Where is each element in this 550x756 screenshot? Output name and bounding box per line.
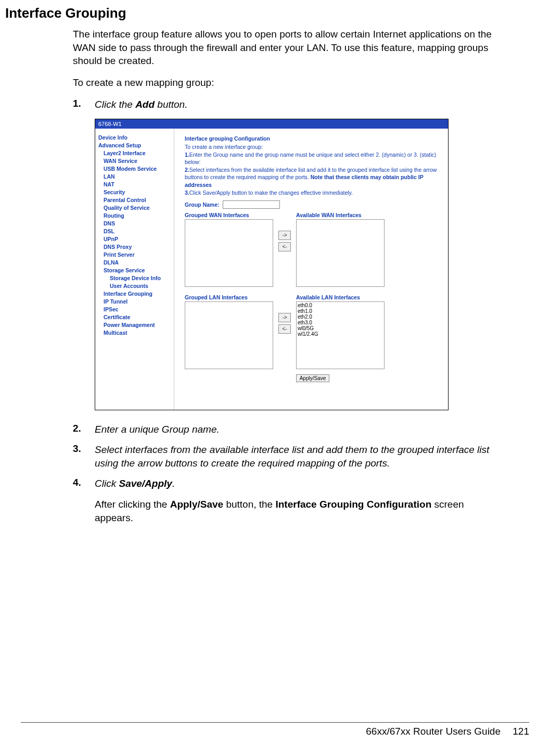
nav-print-server[interactable]: Print Server	[98, 251, 174, 259]
available-wan-listbox[interactable]	[296, 219, 385, 287]
nav-upnp[interactable]: UPnP	[98, 235, 174, 243]
step-1: 1. Click the Add button.	[73, 98, 498, 111]
nav-storage-service[interactable]: Storage Service	[98, 267, 174, 274]
router-screenshot: 6768-W1 Device Info Advanced Setup Layer…	[95, 119, 449, 410]
nav-multicast[interactable]: Multicast	[98, 329, 174, 337]
wan-interfaces-section: Grouped WAN Interfaces -> <- Available W…	[185, 212, 441, 287]
nav-dns-proxy[interactable]: DNS Proxy	[98, 243, 174, 251]
grouped-wan-listbox[interactable]	[185, 219, 273, 287]
lan-move-right-button[interactable]: ->	[278, 313, 291, 322]
nav-layer2-interface[interactable]: Layer2 Interface	[98, 149, 174, 157]
step-3: 3. Select interfaces from the available …	[73, 443, 498, 470]
nav-device-info[interactable]: Device Info	[98, 134, 174, 142]
nav-dsl[interactable]: DSL	[98, 228, 174, 235]
nav-dlna[interactable]: DLNA	[98, 259, 174, 267]
nav-certificate[interactable]: Certificate	[98, 313, 174, 321]
wan-move-left-button[interactable]: <-	[278, 242, 291, 251]
nav-ip-tunnel[interactable]: IP Tunnel	[98, 298, 174, 306]
page-footer: 66xx/67xx Router Users Guide 121	[21, 722, 529, 737]
nav-interface-grouping[interactable]: Interface Grouping	[98, 290, 174, 298]
group-name-input[interactable]	[223, 200, 280, 209]
step-1-text: Click the Add button.	[95, 98, 498, 111]
lan-option-eth1[interactable]: eth1.0	[298, 308, 383, 314]
footer-guide-title: 66xx/67xx Router Users Guide	[366, 726, 501, 737]
after-paragraph: After clicking the Apply/Save button, th…	[95, 498, 498, 524]
nav-lan[interactable]: LAN	[98, 173, 174, 181]
wan-move-right-button[interactable]: ->	[278, 231, 291, 240]
grouped-wan-header: Grouped WAN Interfaces	[185, 212, 273, 218]
config-step-3-text: Click Save/Apply button to make the chan…	[189, 190, 353, 196]
step-1-pre: Click the	[95, 99, 135, 110]
nav-user-accounts[interactable]: User Accounts	[98, 282, 174, 290]
lan-option-eth3[interactable]: eth3.0	[298, 320, 383, 325]
step-2: 2. Enter a unique Group name.	[73, 423, 498, 436]
nav-dns[interactable]: DNS	[98, 220, 174, 228]
step-3-text: Select interfaces from the available int…	[95, 443, 498, 470]
router-main-panel: Interface grouping Configuration To crea…	[174, 129, 448, 410]
after-bold-1: Apply/Save	[170, 499, 223, 510]
config-step-1-text: Enter the Group name and the group name …	[185, 152, 436, 165]
nav-qos[interactable]: Quality of Service	[98, 204, 174, 212]
lan-option-eth0[interactable]: eth0.0	[298, 303, 383, 308]
step-2-text: Enter a unique Group name.	[95, 423, 498, 436]
nav-nat[interactable]: NAT	[98, 181, 174, 188]
grouped-lan-listbox[interactable]	[185, 301, 273, 369]
step-1-post: button.	[155, 99, 187, 110]
available-lan-listbox[interactable]: eth0.0 eth1.0 eth2.0 eth3.0 wl0/5G wl1/2…	[296, 301, 385, 369]
config-step-3: 3.Click Save/Apply button to make the ch…	[185, 189, 441, 196]
nav-storage-device-info[interactable]: Storage Device Info	[98, 274, 174, 282]
config-title: Interface grouping Configuration	[185, 135, 441, 142]
step-4-post: .	[172, 478, 175, 489]
config-step-3-num: 3.	[185, 190, 189, 196]
apply-save-button[interactable]: Apply/Save	[296, 374, 330, 382]
after-pre: After clicking the	[95, 499, 170, 510]
router-sidebar: Device Info Advanced Setup Layer2 Interf…	[95, 129, 174, 410]
after-bold-2: Interface Grouping Configuration	[275, 499, 431, 510]
step-4-text: Click Save/Apply.	[95, 477, 498, 490]
step-1-bold: Add	[135, 99, 155, 110]
step-3-number: 3.	[73, 443, 95, 470]
lan-option-eth2[interactable]: eth2.0	[298, 314, 383, 320]
router-titlebar: 6768-W1	[95, 119, 448, 129]
nav-ipsec[interactable]: IPSec	[98, 306, 174, 313]
config-step-2-num: 2.	[185, 167, 189, 173]
config-subtitle: To create a new interface group:	[185, 143, 441, 150]
step-4: 4. Click Save/Apply.	[73, 477, 498, 490]
lan-option-wl0[interactable]: wl0/5G	[298, 325, 383, 331]
grouped-lan-header: Grouped LAN Interfaces	[185, 294, 273, 300]
config-step-2: 2.Select interfaces from the available i…	[185, 166, 441, 188]
config-step-1-num: 1.	[185, 152, 189, 158]
available-lan-header: Available LAN Interfaces	[296, 294, 385, 300]
nav-wan-service[interactable]: WAN Service	[98, 157, 174, 165]
lead-line: To create a new mapping group:	[73, 77, 498, 89]
available-wan-header: Available WAN Interfaces	[296, 212, 385, 218]
group-name-label: Group Name:	[185, 201, 220, 208]
nav-routing[interactable]: Routing	[98, 212, 174, 220]
lan-interfaces-section: Grouped LAN Interfaces -> <- Available L…	[185, 294, 441, 369]
footer-page-number: 121	[513, 726, 529, 737]
step-1-number: 1.	[73, 98, 95, 111]
page-title: Interface Grouping	[5, 5, 529, 21]
lan-move-left-button[interactable]: <-	[278, 324, 291, 334]
router-model-label: 6768-W1	[98, 121, 122, 127]
after-mid: button, the	[223, 499, 275, 510]
nav-parental-control[interactable]: Parental Control	[98, 196, 174, 204]
step-4-number: 4.	[73, 477, 95, 490]
step-4-bold: Save/Apply	[119, 478, 172, 489]
nav-security[interactable]: Security	[98, 188, 174, 196]
nav-usb-modem-service[interactable]: USB Modem Service	[98, 165, 174, 173]
step-4-pre: Click	[95, 478, 119, 489]
intro-paragraph: The interface group feature allows you t…	[73, 28, 498, 68]
step-2-number: 2.	[73, 423, 95, 436]
lan-option-wl1[interactable]: wl1/2.4G	[298, 331, 383, 337]
config-step-1: 1.Enter the Group name and the group nam…	[185, 151, 441, 166]
nav-advanced-setup[interactable]: Advanced Setup	[98, 142, 174, 149]
nav-power-management[interactable]: Power Management	[98, 321, 174, 329]
